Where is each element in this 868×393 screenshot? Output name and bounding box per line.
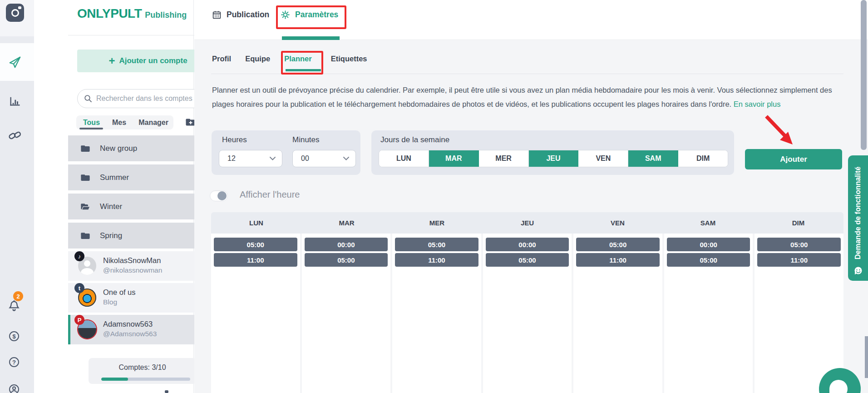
- folder-icon: [79, 231, 91, 241]
- filter-tab-tous[interactable]: Tous: [83, 119, 100, 127]
- schedule-day-header: VEN: [572, 212, 663, 234]
- pinterest-badge-icon: P: [74, 315, 84, 325]
- active-tab-underline: [282, 36, 340, 40]
- schedule-day-header: LUN: [211, 212, 301, 234]
- scrollbar-thumb-secondary[interactable]: [865, 336, 868, 378]
- chat-bubble-icon: [829, 380, 848, 393]
- hours-select[interactable]: 12: [219, 150, 282, 167]
- time-slot-chip[interactable]: 05:00: [214, 238, 297, 251]
- filter-tab-mes[interactable]: Mes: [112, 119, 126, 127]
- learn-more-link[interactable]: En savoir plus: [734, 100, 781, 108]
- scrollbar-thumb[interactable]: [861, 0, 867, 150]
- tab-parametres[interactable]: Paramètres: [281, 10, 338, 20]
- show-time-label: Afficher l'heure: [240, 189, 300, 200]
- time-slot-chip[interactable]: 05:00: [667, 253, 750, 267]
- day-toggle-dim[interactable]: DIM: [678, 150, 728, 167]
- feature-request-tab[interactable]: Demande de fonctionnalité: [848, 155, 868, 281]
- folder-icon: [79, 173, 91, 183]
- day-toggle-mer[interactable]: MER: [479, 150, 529, 167]
- planner-description: Planner est un outil de prévoyance préci…: [212, 83, 838, 111]
- notifications-bell-icon[interactable]: [8, 299, 20, 312]
- subtab-equipe[interactable]: Equipe: [245, 55, 270, 63]
- day-toggle-jeu[interactable]: JEU: [529, 150, 579, 167]
- billing-dollar-icon[interactable]: $: [9, 331, 20, 342]
- smiley-bubble-icon: [853, 266, 863, 276]
- accounts-sidebar: ONLYPULT Publishing + Ajouter un compte …: [34, 0, 194, 393]
- weekday-toggle-group: LUNMARMERJEUVENSAMDIM: [379, 150, 728, 167]
- day-toggle-sam[interactable]: SAM: [628, 150, 678, 167]
- time-slot-chip[interactable]: 00:00: [486, 238, 569, 251]
- day-toggle-lun[interactable]: LUN: [379, 150, 429, 167]
- day-toggle-ven[interactable]: VEN: [578, 150, 628, 167]
- tiktok-badge-icon: ♪: [74, 251, 84, 261]
- time-slot-chip[interactable]: 00:00: [667, 238, 750, 251]
- subtab-etiquettes[interactable]: Etiquettes: [331, 55, 367, 63]
- time-slot-chip[interactable]: 05:00: [576, 238, 660, 251]
- add-account-label: Ajouter un compte: [119, 56, 187, 65]
- links-chain-icon[interactable]: [8, 129, 22, 142]
- sidebar-resize-dash: [165, 390, 168, 393]
- subtab-profil[interactable]: Profil: [212, 55, 231, 63]
- schedule-column-lun: 05:0011:00: [211, 234, 300, 393]
- tab-publication[interactable]: Publication: [212, 10, 269, 20]
- planner-schedule-table: LUNMARMERJEUVENSAMDIM 05:0011:0000:0005:…: [211, 212, 843, 393]
- onlypult-logo: ONLYPULT Publishing: [77, 6, 187, 21]
- active-filter-underline: [79, 128, 103, 129]
- analytics-chart-icon[interactable]: [9, 95, 21, 107]
- time-slot-chip[interactable]: 11:00: [576, 253, 660, 267]
- profile-person-icon[interactable]: [9, 384, 20, 393]
- instagram-camera-icon[interactable]: [6, 4, 24, 22]
- svg-text:?: ?: [12, 359, 16, 366]
- svg-text:$: $: [12, 333, 16, 340]
- icon-rail: 2 $ ?: [0, 0, 34, 393]
- schedule-day-header: DIM: [753, 212, 843, 234]
- accounts-progress-track: [101, 378, 190, 381]
- account-name: NikolasSnowMan: [103, 256, 161, 265]
- schedule-column-ven: 05:0011:00: [573, 234, 662, 393]
- calendar-icon: [212, 10, 222, 20]
- camera-lens: [11, 9, 19, 17]
- time-slot-chip[interactable]: 11:00: [214, 253, 297, 267]
- time-slot-chip[interactable]: 05:00: [395, 238, 478, 251]
- schedule-header-row: LUNMARMERJEUVENSAMDIM: [211, 212, 843, 234]
- schedule-day-header: MAR: [301, 212, 392, 234]
- logo-suffix: Publishing: [145, 10, 187, 20]
- time-picker-panel: Heures Minutes 12 00: [212, 130, 360, 175]
- publish-paper-plane-icon[interactable]: [8, 55, 22, 69]
- help-question-icon[interactable]: ?: [9, 357, 20, 368]
- minutes-select[interactable]: 00: [292, 150, 356, 167]
- schedule-day-header: JEU: [482, 212, 572, 234]
- plus-icon: +: [108, 55, 115, 66]
- account-name: One of us: [103, 288, 136, 297]
- toggle-knob: [217, 191, 227, 200]
- time-slot-chip[interactable]: 05:00: [486, 253, 569, 267]
- schedule-body: 05:0011:0000:0005:0005:0011:0000:0005:00…: [211, 234, 843, 393]
- time-slot-chip[interactable]: 05:00: [305, 253, 388, 267]
- accounts-counter-text: Comptes: 3/10: [89, 363, 196, 372]
- account-handle: @Adamsnow563: [103, 330, 157, 338]
- camera-flash-dot: [18, 6, 21, 9]
- schedule-column-dim: 05:0011:00: [755, 234, 843, 393]
- show-time-toggle[interactable]: [210, 190, 228, 201]
- day-toggle-mar[interactable]: MAR: [429, 150, 479, 167]
- weekdays-panel: Jours de la semaine LUNMARMERJEUVENSAMDI…: [371, 130, 734, 175]
- schedule-column-sam: 00:0005:00: [664, 234, 753, 393]
- schedule-column-jeu: 00:0005:00: [483, 234, 572, 393]
- account-handle: Blog: [103, 298, 117, 306]
- hours-label: Heures: [222, 135, 247, 144]
- divider: [211, 74, 843, 74]
- add-slot-button[interactable]: Ajouter: [745, 149, 842, 169]
- subtab-planner[interactable]: Planner: [284, 55, 312, 63]
- weekdays-label: Jours de la semaine: [380, 135, 449, 144]
- schedule-day-header: MER: [392, 212, 482, 234]
- time-slot-chip[interactable]: 05:00: [757, 238, 841, 251]
- group-name: New group: [100, 144, 137, 153]
- group-name: Summer: [100, 173, 129, 182]
- time-slot-chip[interactable]: 00:00: [305, 238, 388, 251]
- filter-tab-manager[interactable]: Manager: [138, 119, 168, 127]
- tab-parametres-label: Paramètres: [295, 10, 338, 20]
- time-slot-chip[interactable]: 11:00: [757, 253, 841, 267]
- hours-value: 12: [227, 154, 270, 163]
- schedule-day-header: SAM: [663, 212, 753, 234]
- time-slot-chip[interactable]: 11:00: [395, 253, 478, 267]
